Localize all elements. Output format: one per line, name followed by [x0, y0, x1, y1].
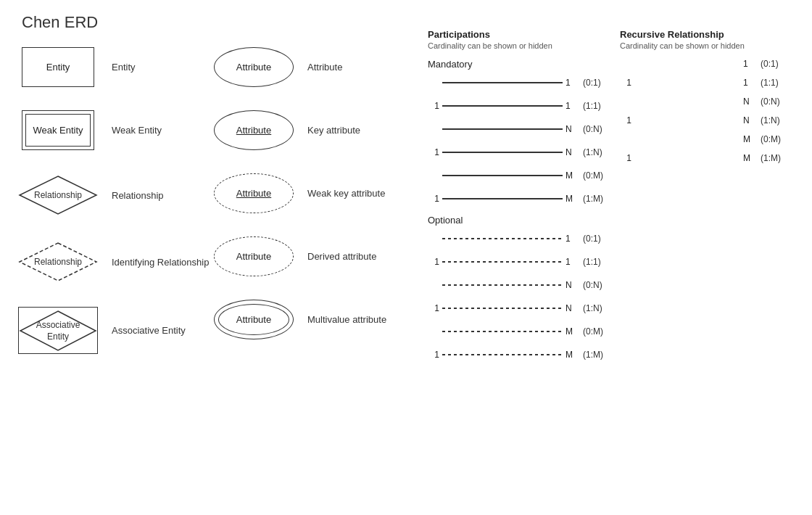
mandatory-row-0: 1 (0:1) [428, 75, 616, 90]
attr-row: Attribute Attribute [210, 47, 399, 87]
svg-marker-4 [20, 311, 96, 350]
associative-row: Associative Entity Associative Entity [14, 307, 218, 354]
opt-card-right-4: M [566, 326, 577, 337]
entity-desc: Entity [112, 62, 136, 73]
card-left-3: 1 [428, 147, 439, 157]
optional-row-2: N (0:N) [428, 278, 616, 292]
identifying-rel-desc: Identifying Relationship [112, 257, 209, 268]
mandatory-label: Mandatory [428, 59, 616, 70]
recursive-row-2: N (0:N) [620, 96, 794, 107]
multi-attr-ellipse: Attribute [214, 300, 294, 339]
assoc-entity-svg: Associative Entity [19, 308, 97, 353]
weak-key-attr-shape: Attribute [210, 173, 297, 213]
solid-line-4 [442, 175, 563, 176]
identifying-rel-diamond-wrap: Relationship [18, 240, 98, 284]
opt-card-notation-4: (0:M) [583, 326, 616, 337]
rec-card-left-3: 1 [620, 115, 631, 125]
derived-attr-shape: Attribute [210, 236, 297, 276]
mandatory-row-5: 1 M (1:M) [428, 191, 616, 206]
opt-card-right-5: M [566, 350, 577, 360]
weak-entity-desc: Weak Entity [112, 125, 162, 136]
weak-key-attr-ellipse: Attribute [214, 173, 294, 213]
rec-card-right-1: 1 [743, 78, 755, 88]
optional-row-4: M (0:M) [428, 324, 616, 339]
weak-entity-shape: Weak Entity [14, 110, 102, 150]
rec-notation-4: (0:M) [761, 134, 794, 144]
weak-entity-box: Weak Entity [22, 110, 94, 150]
recursive-subtitle: Cardinality can be shown or hidden [620, 41, 794, 50]
optional-row-3: 1 N (1:N) [428, 301, 616, 316]
weak-entity-inner: Weak Entity [25, 114, 91, 147]
relationship-row: Relationship Relationship [14, 173, 218, 217]
derived-attr-ellipse: Attribute [214, 236, 294, 276]
opt-card-right-2: N [566, 280, 577, 290]
relationship-desc: Relationship [112, 190, 164, 201]
page-title: Chen ERD [22, 13, 98, 32]
opt-line-0 [442, 231, 563, 246]
opt-card-left-5: 1 [428, 350, 439, 360]
entity-box: Entity [22, 47, 94, 87]
rec-card-right-0: 1 [743, 59, 755, 69]
identifying-rel-shape: Relationship [14, 240, 102, 284]
rec-notation-3: (1:N) [761, 115, 794, 125]
shapes-panel: Entity Entity Weak Entity Weak Entity Re… [14, 47, 218, 377]
identifying-rel-row: Relationship Identifying Relationship [14, 240, 218, 284]
card-right-3: N [566, 147, 577, 157]
associative-desc: Associative Entity [112, 325, 186, 336]
optional-row-1: 1 1 (1:1) [428, 255, 616, 269]
key-attr-desc: Key attribute [307, 125, 360, 136]
opt-card-notation-3: (1:N) [583, 303, 616, 313]
mandatory-row-1: 1 1 (1:1) [428, 99, 616, 113]
attr-desc: Attribute [307, 62, 342, 73]
svg-text:Relationship: Relationship [34, 257, 82, 267]
recursive-row-5: 1 M (1:M) [620, 153, 794, 163]
card-notation-2: (0:N) [583, 124, 616, 134]
rec-notation-2: (0:N) [761, 96, 794, 107]
card-right-4: M [566, 170, 577, 181]
mandatory-row-4: M (0:M) [428, 168, 616, 183]
key-attr-shape: Attribute [210, 110, 297, 150]
key-attr-label: Attribute [236, 125, 271, 136]
key-attr-row: Attribute Key attribute [210, 110, 399, 150]
multi-attr-shape: Attribute [210, 300, 297, 339]
opt-card-right-3: N [566, 303, 577, 313]
multi-attr-inner: Attribute [218, 304, 289, 335]
dashed-line-4 [442, 331, 563, 332]
card-right-5: M [566, 194, 577, 204]
opt-card-left-1: 1 [428, 257, 439, 267]
entity-shape: Entity [14, 47, 102, 87]
attr-label: Attribute [236, 62, 271, 73]
mandatory-row-3: 1 N (1:N) [428, 145, 616, 160]
derived-attr-desc: Derived attribute [307, 251, 376, 262]
dashed-line-2 [442, 284, 563, 286]
attrs-panel: Attribute Attribute Attribute Key attrib… [210, 47, 399, 363]
opt-line-2 [442, 278, 563, 292]
recursive-row-0: 1 (0:1) [620, 59, 794, 69]
attr-shape: Attribute [210, 47, 297, 87]
relationship-diamond-wrap: Relationship [18, 173, 98, 217]
rec-card-right-4: M [743, 134, 755, 144]
dashed-line-5 [442, 354, 563, 355]
participation-subtitle: Cardinality can be shown or hidden [428, 41, 616, 50]
opt-card-notation-0: (0:1) [583, 234, 616, 244]
solid-line-1 [442, 105, 563, 107]
card-notation-4: (0:M) [583, 170, 616, 181]
associative-shape: Associative Entity [14, 307, 102, 354]
relationship-diamond-svg: Relationship [18, 173, 98, 217]
recursive-row-4: M (0:M) [620, 134, 794, 144]
svg-text:Relationship: Relationship [34, 190, 82, 200]
card-right-2: N [566, 124, 577, 134]
recursive-row-3: 1 N (1:N) [620, 115, 794, 125]
rec-notation-0: (0:1) [761, 59, 794, 69]
solid-line-5 [442, 198, 563, 199]
line-2 [442, 122, 563, 136]
opt-line-1 [442, 255, 563, 269]
weak-entity-label: Weak Entity [33, 125, 83, 136]
card-notation-1: (1:1) [583, 101, 616, 111]
multi-attr-desc: Multivalue attribute [307, 314, 386, 325]
dashed-line-1 [442, 261, 563, 263]
opt-card-right-0: 1 [566, 234, 577, 244]
participation-panel: Participations Cardinality can be shown … [428, 29, 616, 371]
participation-title: Participations [428, 29, 616, 40]
recursive-row-1: 1 1 (1:1) [620, 78, 794, 88]
